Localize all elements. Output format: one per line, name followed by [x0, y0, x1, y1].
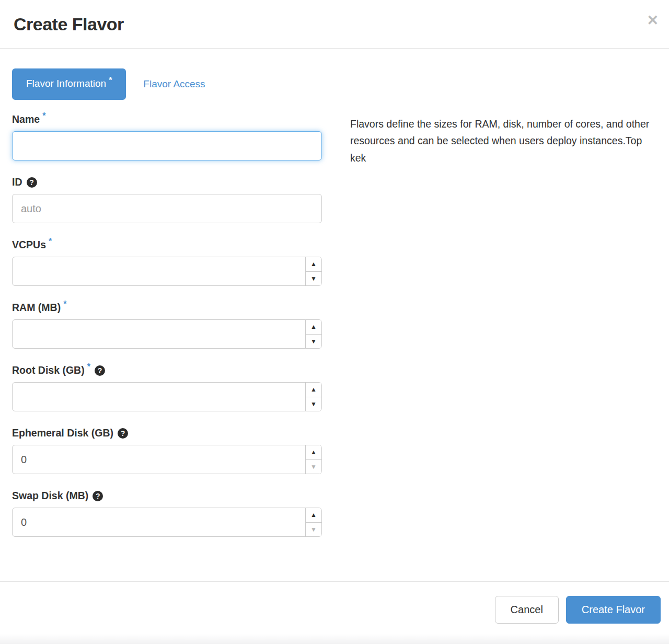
root-disk-input-wrap: ▲ ▼ — [12, 382, 322, 411]
form-group-ephemeral-disk: Ephemeral Disk (GB) ? ▲ ▼ — [12, 427, 322, 474]
vcpus-input[interactable] — [12, 257, 322, 286]
root-disk-input[interactable] — [12, 382, 322, 411]
tab-flavor-information[interactable]: Flavor Information* — [12, 68, 126, 100]
name-input-wrap — [12, 131, 322, 160]
spin-up-icon[interactable]: ▲ — [306, 320, 321, 335]
spin-down-icon[interactable]: ▼ — [306, 460, 321, 474]
form-group-name: Name* — [12, 113, 322, 160]
swap-disk-label: Swap Disk (MB) — [12, 490, 88, 502]
root-disk-stepper: ▲ ▼ — [305, 383, 321, 411]
ephemeral-disk-input[interactable] — [12, 445, 322, 474]
spin-up-icon[interactable]: ▲ — [306, 383, 321, 397]
ram-input-wrap: ▲ ▼ — [12, 319, 322, 349]
ram-label: RAM (MB) — [12, 302, 61, 314]
modal-columns: Name* ID ? — [12, 113, 657, 553]
vcpus-label-row: VCPUs* — [12, 239, 322, 251]
ephemeral-disk-stepper: ▲ ▼ — [305, 445, 321, 474]
name-label: Name — [12, 113, 40, 125]
swap-disk-input-wrap: ▲ ▼ — [12, 508, 322, 537]
ephemeral-disk-label-row: Ephemeral Disk (GB) ? — [12, 427, 322, 439]
spin-down-icon[interactable]: ▼ — [306, 397, 321, 411]
vcpus-input-wrap: ▲ ▼ — [12, 257, 322, 286]
required-asterisk: * — [42, 111, 45, 121]
name-label-row: Name* — [12, 113, 322, 125]
swap-disk-input[interactable] — [12, 508, 322, 537]
page-background-strip — [0, 634, 669, 644]
id-input-wrap — [12, 194, 322, 223]
tab-flavor-access[interactable]: Flavor Access — [143, 69, 205, 99]
ephemeral-disk-label: Ephemeral Disk (GB) — [12, 427, 113, 439]
name-input[interactable] — [12, 131, 322, 160]
flavor-form: Name* ID ? — [12, 113, 322, 553]
create-flavor-modal: Create Flavor ✕ Flavor Information* Flav… — [0, 0, 669, 644]
vcpus-label: VCPUs — [12, 239, 46, 251]
help-icon[interactable]: ? — [93, 491, 103, 501]
ram-stepper: ▲ ▼ — [305, 320, 321, 348]
modal-header: Create Flavor ✕ — [0, 0, 669, 49]
swap-disk-label-row: Swap Disk (MB) ? — [12, 490, 322, 502]
close-icon[interactable]: ✕ — [647, 14, 659, 28]
spin-up-icon[interactable]: ▲ — [306, 445, 321, 460]
page-title: Create Flavor — [14, 14, 655, 34]
ram-label-row: RAM (MB)* — [12, 302, 322, 314]
help-icon[interactable]: ? — [27, 177, 37, 188]
required-asterisk: * — [87, 362, 90, 372]
create-flavor-button[interactable]: Create Flavor — [566, 596, 661, 624]
required-asterisk: * — [109, 76, 112, 85]
help-icon[interactable]: ? — [118, 428, 128, 439]
tab-bar: Flavor Information* Flavor Access — [12, 68, 657, 100]
form-group-swap-disk: Swap Disk (MB) ? ▲ ▼ — [12, 490, 322, 537]
help-icon[interactable]: ? — [95, 365, 105, 376]
flavor-description-text: Flavors define the sizes for RAM, disk, … — [322, 113, 657, 553]
required-asterisk: * — [49, 237, 52, 246]
form-group-ram: RAM (MB)* ▲ ▼ — [12, 302, 322, 349]
form-group-vcpus: VCPUs* ▲ ▼ — [12, 239, 322, 286]
ram-input[interactable] — [12, 319, 322, 349]
root-disk-label-row: Root Disk (GB)* ? — [12, 364, 322, 376]
spin-up-icon[interactable]: ▲ — [306, 257, 321, 272]
spin-down-icon[interactable]: ▼ — [306, 523, 321, 537]
spin-down-icon[interactable]: ▼ — [306, 335, 321, 349]
modal-body: Flavor Information* Flavor Access Name* — [0, 49, 669, 581]
id-input[interactable] — [12, 194, 322, 223]
spin-down-icon[interactable]: ▼ — [306, 272, 321, 286]
vcpus-stepper: ▲ ▼ — [305, 257, 321, 285]
ephemeral-disk-input-wrap: ▲ ▼ — [12, 445, 322, 474]
modal-footer: Cancel Create Flavor — [0, 581, 669, 624]
spin-up-icon[interactable]: ▲ — [306, 508, 321, 523]
root-disk-label: Root Disk (GB) — [12, 364, 85, 376]
id-label-row: ID ? — [12, 176, 322, 188]
form-group-id: ID ? — [12, 176, 322, 223]
id-label: ID — [12, 176, 22, 188]
form-group-root-disk: Root Disk (GB)* ? ▲ ▼ — [12, 364, 322, 411]
cancel-button[interactable]: Cancel — [495, 596, 559, 624]
swap-disk-stepper: ▲ ▼ — [305, 508, 321, 536]
required-asterisk: * — [63, 300, 66, 309]
tab-label: Flavor Information — [26, 78, 106, 89]
tab-label: Flavor Access — [143, 78, 205, 89]
